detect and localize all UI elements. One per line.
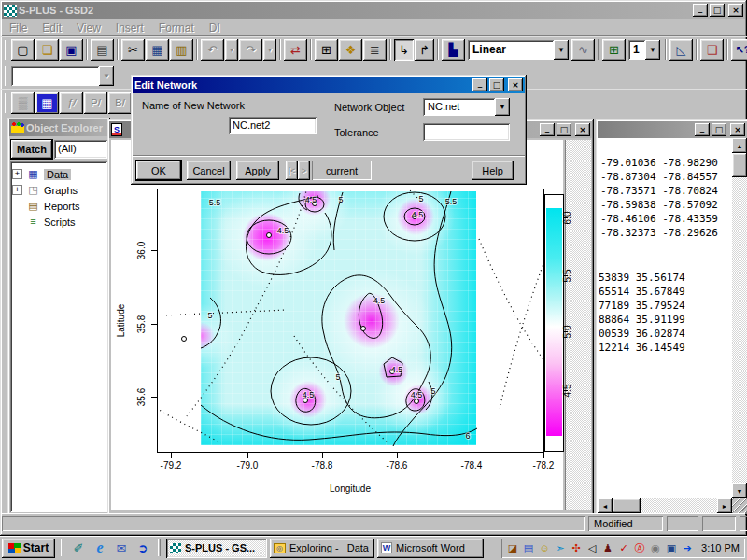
page-number-combo[interactable]: 1 ▼ [628, 40, 660, 60]
tray-agent-icon[interactable]: ☺ [537, 539, 552, 556]
tray-mouse-icon[interactable]: ◉ [648, 539, 663, 556]
channels-icon[interactable]: ➲ [134, 539, 152, 557]
task-button-word[interactable]: W Microsoft Word [377, 539, 484, 558]
report-window-titlebar[interactable]: _ □ × [598, 121, 747, 138]
undo-dropdown-button[interactable]: ▾ [225, 39, 238, 61]
save-button[interactable]: ▣ [60, 39, 83, 61]
menu-file[interactable]: File [2, 19, 35, 36]
show-desktop-icon[interactable]: ✐ [69, 539, 88, 557]
report-text-area[interactable]: -79.01036 -78.98290 -78.87304 -78.84557 … [598, 138, 732, 498]
cancel-button[interactable]: Cancel [187, 161, 231, 180]
resize-grip[interactable] [732, 498, 747, 513]
minimize-button[interactable]: _ [693, 4, 708, 17]
chevron-down-icon[interactable]: ▼ [645, 40, 660, 60]
paste-button[interactable]: ▥ [170, 39, 193, 61]
scrollbar-thumb[interactable] [732, 153, 747, 177]
menu-view[interactable]: View [69, 19, 108, 36]
nav-first-button[interactable]: |< [286, 161, 298, 180]
minimize-button[interactable]: _ [695, 123, 710, 136]
palette-dots-grid-button[interactable]: ▒ [11, 92, 35, 114]
maximize-button[interactable]: □ [489, 78, 504, 91]
match-button[interactable]: Match [11, 140, 52, 159]
toolbar-gripper[interactable] [5, 40, 7, 60]
toolbar-gripper[interactable] [5, 66, 7, 86]
style-combo[interactable]: ▼ [11, 66, 114, 86]
chevron-down-icon[interactable]: ▼ [495, 98, 510, 116]
tray-stack-icon[interactable]: ▤ [521, 539, 536, 556]
tray-character-icon[interactable]: ♟ [600, 539, 615, 556]
conditioning-button[interactable]: ⊞ [602, 39, 626, 61]
main-titlebar[interactable]: S-PLUS - GSD2 _ □ × [2, 2, 745, 19]
menu-edit[interactable]: Edit [35, 19, 69, 36]
help-button[interactable]: Help [472, 161, 514, 180]
tree-item-data[interactable]: + ▦ Data [12, 166, 106, 182]
maximize-button[interactable]: □ [712, 123, 726, 136]
tray-task-check-icon[interactable]: ✓ [616, 539, 631, 556]
stacked-windows-button[interactable]: ≣ [363, 39, 387, 61]
open-button[interactable]: ❏ [35, 39, 59, 61]
tray-display-icon[interactable]: ▣ [664, 539, 679, 556]
redo-button[interactable]: ↷ [239, 39, 262, 61]
tray-realplayer-icon[interactable]: ➔ [680, 539, 695, 556]
menu-insert[interactable]: Insert [108, 19, 151, 36]
new-button[interactable]: ▢ [11, 39, 35, 61]
minimize-button[interactable]: _ [472, 78, 487, 91]
tree-item-label[interactable]: Reports [44, 201, 80, 212]
palette-symbol-button[interactable]: ƒ/ [60, 92, 83, 114]
mail-icon[interactable]: ✉ [112, 539, 131, 557]
exchange-dialog-button[interactable]: ⇄ [284, 39, 307, 61]
scroll-down-icon[interactable]: ▼ [732, 483, 747, 498]
chevron-down-icon[interactable]: ▼ [554, 40, 569, 60]
horizontal-scrollbar[interactable]: ◄ ► [598, 498, 732, 513]
tree-item-label[interactable]: Data [44, 169, 71, 180]
minimize-button[interactable]: _ [540, 123, 555, 136]
copy-button[interactable]: ▦ [146, 39, 169, 61]
graph-tools-button[interactable]: ◺ [669, 39, 693, 61]
network-object-combo[interactable]: NC.net ▼ [423, 98, 510, 116]
dialog-titlebar[interactable]: Edit Network _ □ × [133, 77, 525, 93]
palette-p-button[interactable]: P/ [84, 92, 107, 114]
tray-ati-icon[interactable]: Ⓐ [632, 539, 647, 556]
cut-button[interactable]: ✂ [121, 39, 145, 61]
graph-wizard-button[interactable]: ❖ [339, 39, 362, 61]
filter-combo[interactable]: (All) [54, 140, 107, 159]
tree-item-scripts[interactable]: ≡ Scripts [12, 214, 106, 230]
tree-item-label[interactable]: Graphs [44, 185, 78, 196]
tree-item-label[interactable]: Scripts [44, 217, 76, 228]
tree-item-graphs[interactable]: + ◳ Graphs [12, 182, 106, 198]
close-button[interactable]: × [728, 4, 743, 17]
toolbar-gripper[interactable] [5, 93, 7, 113]
start-button[interactable]: Start [2, 539, 55, 558]
tray-fan-icon[interactable]: ✣ [569, 539, 584, 556]
apply-button[interactable]: Apply [236, 161, 279, 180]
plots-2d-button[interactable]: ↳ [394, 39, 414, 61]
new-data-set-button[interactable]: ⊞ [315, 39, 338, 61]
tolerance-input[interactable] [423, 123, 510, 141]
graph-type-button[interactable]: ▙ [442, 39, 465, 61]
nav-next-button[interactable]: > [298, 161, 310, 180]
expand-icon[interactable]: + [12, 169, 22, 179]
scroll-right-icon[interactable]: ► [717, 498, 732, 513]
tray-volume-icon[interactable]: ◁ [585, 539, 599, 556]
chevron-down-icon[interactable]: ▼ [99, 66, 114, 86]
scrollbar-thumb[interactable] [613, 498, 641, 513]
tree-item-reports[interactable]: ▤ Reports [12, 198, 106, 214]
print-button[interactable]: ▤ [91, 39, 114, 61]
object-explorer-titlebar[interactable]: Object Explorer [9, 119, 108, 136]
scroll-left-icon[interactable]: ◄ [598, 498, 613, 513]
close-button[interactable]: × [575, 123, 590, 136]
context-help-button[interactable]: ↖? [731, 39, 747, 61]
tray-pointer-icon[interactable]: ➣ [553, 539, 568, 556]
expand-icon[interactable]: + [12, 185, 22, 195]
curve-fit-button[interactable]: ∿ [571, 39, 595, 61]
close-button[interactable]: × [730, 123, 745, 136]
scroll-up-icon[interactable]: ▲ [732, 138, 747, 153]
palette-b-button[interactable]: B/ [108, 92, 132, 114]
menu-format[interactable]: Format [151, 19, 202, 36]
scale-type-combo[interactable]: Linear ▼ [468, 40, 569, 60]
insert-object-button[interactable]: ❑ [700, 39, 724, 61]
task-button-splus[interactable]: S-PLUS - GS... [166, 539, 267, 558]
close-button[interactable]: × [508, 78, 523, 91]
network-name-input[interactable]: NC.net2 [229, 117, 317, 134]
undo-button[interactable]: ↶ [201, 39, 224, 61]
